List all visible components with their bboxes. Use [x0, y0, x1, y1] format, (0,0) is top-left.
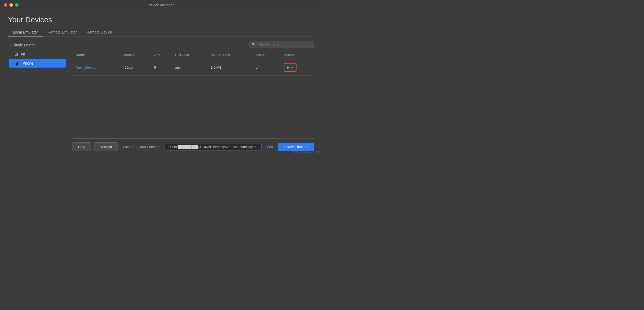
traffic-lights: [4, 3, 19, 7]
location-label: Local Emulator Location:: [123, 145, 161, 149]
page-title: Your Devices: [8, 16, 314, 24]
play-icon: ▶: [287, 65, 290, 69]
col-name: Name: [72, 51, 119, 59]
tab-local-emulator[interactable]: Local Emulator: [8, 28, 43, 36]
refresh-button[interactable]: Refresh: [94, 142, 118, 151]
sidebar-item-all[interactable]: ⊞ All: [9, 50, 66, 58]
titlebar: Device Manager: [0, 0, 322, 10]
sidebar: ▾ Single Device ⊞ All 📱 Phone: [8, 41, 67, 155]
table-header: Name Density API CPU/ABI Size on Disk St…: [72, 51, 314, 59]
tab-bar: Local Emulator Remote Emulator Remote De…: [8, 28, 314, 36]
col-status: Status: [252, 51, 281, 59]
device-name[interactable]: New_Devic...: [72, 59, 119, 76]
col-size: Size on Disk: [207, 51, 253, 59]
device-size: 1.0 MB: [207, 59, 253, 76]
actions-cell: ▶ ▾: [284, 63, 311, 72]
close-button[interactable]: [4, 3, 7, 7]
phone-icon: 📱: [14, 61, 20, 66]
minimize-button[interactable]: [9, 3, 13, 7]
chevron-down-icon: ▾: [10, 44, 11, 47]
device-table: Name Density API CPU/ABI Size on Disk St…: [72, 51, 314, 76]
bottom-bar: Help Refresh Local Emulator Location: Ed…: [72, 138, 314, 155]
device-name-link[interactable]: New_Devic...: [76, 65, 96, 69]
filter-input[interactable]: [250, 41, 314, 48]
device-density: 450dpi: [119, 59, 151, 76]
sidebar-section-label: Single Device: [13, 43, 36, 47]
edit-link[interactable]: Edit: [265, 145, 275, 149]
sidebar-section-single-device[interactable]: ▾ Single Device: [8, 41, 67, 49]
filter-wrap: 🔍: [250, 41, 314, 48]
all-icon: ⊞: [14, 51, 18, 57]
sidebar-item-all-label: All: [21, 52, 25, 56]
device-api: 9: [151, 59, 172, 76]
maximize-button[interactable]: [15, 3, 19, 7]
sidebar-item-phone[interactable]: 📱 Phone: [9, 59, 66, 68]
watermark: CSDN @Vermouth_OO: [292, 151, 320, 154]
location-input[interactable]: [164, 143, 261, 151]
main-content: Your Devices Local Emulator Remote Emula…: [0, 10, 322, 155]
search-icon: 🔍: [252, 42, 256, 46]
tab-remote-emulator[interactable]: Remote Emulator: [43, 28, 82, 36]
table-row: New_Devic... 450dpi 9 arm 1.0 MB off ▶: [72, 59, 314, 76]
dropdown-chevron-icon: ▾: [292, 65, 293, 69]
col-cpu-abi: CPU/ABI: [172, 51, 207, 59]
tab-remote-device[interactable]: Remote Device: [82, 28, 117, 36]
main-panel: 🔍 Name Density API CPU/ABI Size on Disk: [67, 41, 314, 155]
device-actions: ▶ ▾: [281, 59, 314, 76]
help-button[interactable]: Help: [72, 142, 91, 151]
new-emulator-button[interactable]: + New Emulator: [278, 143, 314, 151]
col-density: Density: [119, 51, 151, 59]
col-actions: Actions: [281, 51, 314, 59]
window-title: Device Manager: [148, 3, 174, 7]
top-bar: 🔍: [72, 41, 314, 48]
device-cpu-abi: arm: [172, 59, 207, 76]
device-status: off: [252, 59, 281, 76]
col-api: API: [151, 51, 172, 59]
content-area: ▾ Single Device ⊞ All 📱 Phone 🔍: [8, 41, 314, 155]
play-button[interactable]: ▶ ▾: [284, 63, 297, 72]
table-body: New_Devic... 450dpi 9 arm 1.0 MB off ▶: [72, 59, 314, 76]
sidebar-item-phone-label: Phone: [23, 61, 33, 65]
device-table-container: Name Density API CPU/ABI Size on Disk St…: [72, 51, 314, 137]
